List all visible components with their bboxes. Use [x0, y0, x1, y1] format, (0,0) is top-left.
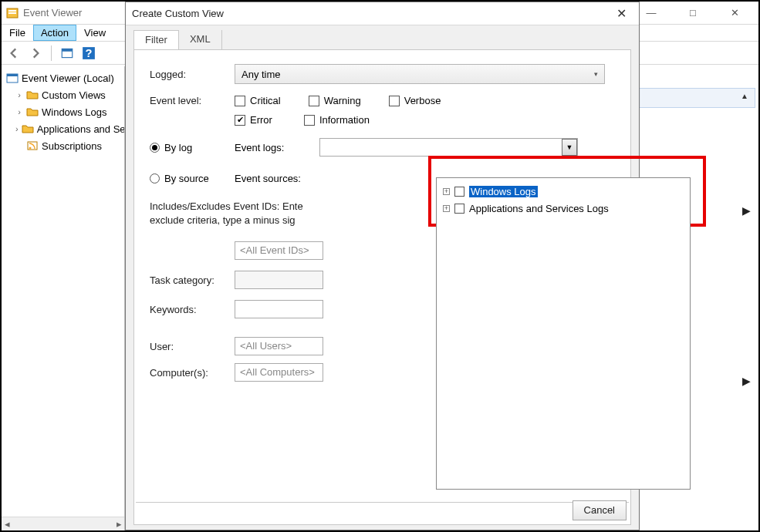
tab-xml[interactable]: XML [179, 30, 222, 49]
popup-item-label: Windows Logs [469, 186, 538, 197]
tab-filter[interactable]: Filter [133, 30, 179, 49]
event-logs-dropdown[interactable]: ▼ [319, 138, 578, 157]
dialog-title: Create Custom View [132, 8, 224, 19]
event-logs-label: Event logs: [235, 142, 319, 153]
dialog-titlebar[interactable]: Create Custom View ✕ [126, 2, 639, 25]
popup-item-label: Applications and Services Logs [469, 203, 609, 214]
dialog-close-button[interactable]: ✕ [610, 6, 633, 21]
subscriptions-icon [26, 140, 39, 152]
expander-icon[interactable]: › [15, 124, 19, 133]
menu-action[interactable]: Action [33, 25, 76, 41]
cancel-button[interactable]: Cancel [573, 500, 627, 520]
tree-root-node[interactable]: Event Viewer (Local) [5, 69, 124, 86]
scroll-right-icon[interactable]: ▸ [113, 517, 124, 530]
tree-item-label: Windows Logs [42, 106, 107, 118]
by-source-radio[interactable]: By source [150, 173, 209, 184]
parent-title: Event Viewer [23, 7, 82, 19]
tree-item-label: Subscriptions [42, 140, 102, 152]
parent-caption-buttons: — □ ✕ [641, 5, 754, 22]
close-button[interactable]: ✕ [725, 5, 745, 22]
expander-icon [15, 141, 23, 150]
folder-icon [22, 123, 34, 135]
logged-label: Logged: [150, 69, 235, 80]
event-logs-popup: + Windows Logs + Applications and Servic… [436, 177, 691, 490]
maximize-button[interactable]: □ [683, 5, 703, 22]
svg-rect-4 [62, 49, 73, 51]
tree-item-windows-logs[interactable]: › Windows Logs [5, 103, 124, 120]
event-viewer-icon [6, 72, 19, 84]
computers-label: Computer(s): [150, 367, 235, 379]
level-critical-checkbox[interactable]: Critical [235, 95, 281, 106]
keywords-input[interactable] [235, 300, 323, 318]
nav-back-button[interactable] [5, 44, 23, 62]
popup-item-windows-logs[interactable]: + Windows Logs [443, 183, 684, 200]
level-information-checkbox[interactable]: Information [304, 114, 370, 126]
help-button[interactable]: ? [79, 44, 98, 62]
logged-value: Any time [242, 69, 281, 80]
logged-dropdown[interactable]: Any time ▾ [235, 64, 605, 84]
popup-checkbox[interactable] [454, 187, 464, 197]
svg-point-10 [29, 147, 32, 150]
toolbar-separator [51, 45, 52, 61]
tree-expand-icon[interactable]: + [443, 205, 450, 212]
event-sources-label: Event sources: [235, 173, 319, 184]
tree-root-label: Event Viewer (Local) [22, 72, 114, 84]
popup-item-apps-services[interactable]: + Applications and Services Logs [443, 200, 684, 217]
svg-rect-2 [8, 12, 16, 14]
tree-item-apps-services[interactable]: › Applications and Services Logs [5, 120, 124, 137]
tree-h-scrollbar[interactable]: ◂ ▸ [2, 517, 124, 530]
dropdown-button[interactable]: ▼ [562, 139, 577, 156]
tree-pane: Event Viewer (Local) › Custom Views › Wi… [2, 66, 125, 530]
user-label: User: [150, 341, 235, 352]
groupbox-underline [136, 502, 629, 503]
user-input[interactable]: <All Users> [235, 337, 323, 355]
properties-button[interactable] [58, 44, 76, 62]
tree-item-label: Applications and Services Logs [37, 123, 125, 135]
level-verbose-checkbox[interactable]: Verbose [389, 95, 441, 106]
actions-header[interactable] [639, 88, 755, 108]
menu-file[interactable]: File [2, 25, 33, 41]
tree-item-custom-views[interactable]: › Custom Views [5, 86, 124, 103]
tree-item-subscriptions[interactable]: Subscriptions [5, 137, 124, 154]
dialog-tabs: Filter XML [133, 30, 631, 50]
keywords-label: Keywords: [150, 304, 235, 315]
tree-expand-icon[interactable]: + [443, 188, 450, 195]
svg-rect-8 [7, 74, 18, 76]
event-ids-input[interactable]: <All Event IDs> [235, 241, 323, 260]
tree-item-label: Custom Views [42, 89, 106, 101]
task-category-input [235, 271, 323, 289]
expander-icon[interactable]: › [15, 107, 23, 116]
chevron-down-icon: ▾ [594, 70, 598, 78]
nav-forward-button[interactable] [26, 44, 45, 62]
task-category-label: Task category: [150, 274, 235, 286]
folder-icon [26, 89, 39, 101]
svg-rect-1 [8, 10, 16, 12]
expander-icon[interactable]: › [15, 90, 23, 99]
level-error-checkbox[interactable]: Error [235, 114, 272, 126]
popup-checkbox[interactable] [454, 204, 464, 214]
event-level-label: Event level: [150, 95, 235, 106]
level-warning-checkbox[interactable]: Warning [309, 95, 361, 106]
minimize-button[interactable]: — [641, 5, 661, 22]
menu-view[interactable]: View [76, 25, 113, 41]
app-icon [6, 7, 19, 19]
by-log-radio[interactable]: By log [150, 142, 192, 153]
svg-text:?: ? [86, 46, 93, 59]
scroll-left-icon[interactable]: ◂ [2, 517, 12, 530]
computers-input[interactable]: <All Computers> [235, 363, 323, 382]
folder-icon [26, 106, 39, 118]
